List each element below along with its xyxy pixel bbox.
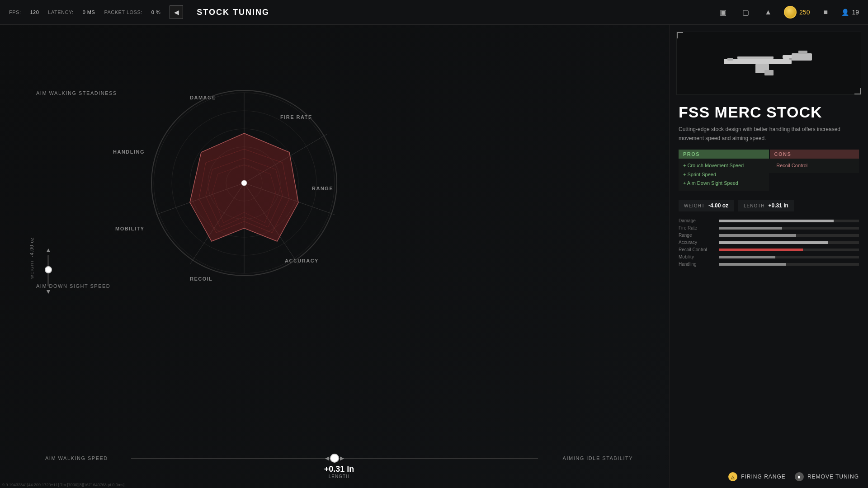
cons-header: CONS bbox=[770, 150, 859, 159]
svg-rect-22 bbox=[727, 58, 733, 61]
bottom-value: +0.31 in bbox=[45, 465, 633, 474]
bottom-slider-track[interactable]: ◀ ▶ bbox=[131, 458, 538, 459]
stat-bar-accuracy bbox=[719, 241, 859, 244]
page-title: STOCK TUNING bbox=[197, 8, 269, 17]
svg-rect-24 bbox=[737, 56, 774, 59]
notification-icon[interactable]: ▲ bbox=[761, 5, 775, 19]
stat-name-accuracy: Accuracy bbox=[679, 240, 719, 245]
svg-rect-25 bbox=[792, 53, 812, 61]
pros-item-2: + Sprint Speed bbox=[683, 170, 764, 179]
slider-thumb[interactable] bbox=[330, 454, 339, 463]
currency-icon bbox=[784, 6, 797, 19]
cons-items: - Recoil Control bbox=[769, 159, 859, 173]
inventory-icon[interactable]: ■ bbox=[819, 5, 832, 19]
top-bar-left: FPS: 120 LATENCY: 0 MS PACKET LOSS: 0 % … bbox=[9, 5, 269, 19]
weapon-name: FSS MERC STOCK bbox=[670, 102, 868, 125]
firing-range-icon: △ bbox=[728, 472, 737, 481]
stat-label-mobility: MOBILITY bbox=[115, 226, 145, 231]
remove-tuning-button[interactable]: ■ REMOVE TUNING bbox=[795, 472, 859, 481]
firing-range-button[interactable]: △ FIRING RANGE bbox=[728, 472, 786, 481]
bottom-slider-section: AIM WALKING SPEED ◀ ▶ AIMING IDLE STABIL… bbox=[45, 455, 633, 479]
length-badge: LENGTH +0.31 in bbox=[738, 200, 794, 211]
stat-bar-fire-rate bbox=[719, 227, 859, 230]
firing-range-label: FIRING RANGE bbox=[741, 474, 786, 480]
back-button[interactable]: ◀ bbox=[170, 5, 183, 19]
stat-bar-handling bbox=[719, 263, 859, 266]
stat-row-range: Range bbox=[679, 233, 859, 238]
currency-display: 250 bbox=[784, 6, 810, 19]
stat-row-fire-rate: Fire Rate bbox=[679, 225, 859, 230]
top-bar-right: ▣ ▢ ▲ 250 ■ 👤 19 bbox=[716, 5, 859, 19]
menu-icon[interactable]: ▣ bbox=[716, 5, 730, 19]
fps-info: FPS: 120 LATENCY: 0 MS PACKET LOSS: 0 % bbox=[9, 9, 160, 15]
weight-unit-label: WEIGHT bbox=[30, 260, 34, 279]
remove-tuning-label: REMOVE TUNING bbox=[807, 474, 859, 480]
stat-fill-handling bbox=[719, 263, 786, 266]
fps-value: 120 bbox=[30, 9, 39, 15]
stat-name-damage: Damage bbox=[679, 218, 719, 223]
length-badge-value: +0.31 in bbox=[769, 202, 788, 209]
latency-label: LATENCY: bbox=[48, 9, 73, 15]
stat-fill-recoil bbox=[719, 249, 803, 251]
weapon-preview bbox=[676, 32, 861, 95]
slider-right-arrow[interactable]: ▶ bbox=[340, 455, 344, 461]
player-count: 👤 19 bbox=[841, 9, 859, 16]
stat-row-mobility: Mobility bbox=[679, 254, 859, 259]
radar-chart bbox=[149, 84, 339, 282]
stat-fill-damage bbox=[719, 220, 834, 222]
left-panel: DAMAGE FIRE RATE HANDLING RANGE MOBILITY… bbox=[0, 25, 669, 488]
stat-name-recoil: Recoil Control bbox=[679, 247, 719, 252]
stat-row-damage: Damage bbox=[679, 218, 859, 223]
right-panel: FSS MERC STOCK Cutting-edge stock design… bbox=[669, 25, 868, 488]
grid-icon[interactable]: ▢ bbox=[739, 5, 752, 19]
length-badge-label: LENGTH bbox=[744, 203, 765, 208]
packet-loss-value: 0 % bbox=[151, 9, 160, 15]
stat-name-range: Range bbox=[679, 233, 719, 238]
svg-rect-18 bbox=[724, 59, 792, 64]
pros-item-3: + Aim Down Sight Speed bbox=[683, 179, 764, 188]
stat-name-fire-rate: Fire Rate bbox=[679, 225, 719, 230]
tuning-badges: WEIGHT -4.00 oz LENGTH +0.31 in bbox=[670, 195, 868, 216]
radar-svg bbox=[149, 84, 339, 282]
packet-loss-label: PACKET LOSS: bbox=[104, 9, 142, 15]
weapon-description: Cutting-edge stock design with better ha… bbox=[670, 125, 868, 142]
stat-fill-fire-rate bbox=[719, 227, 782, 230]
weapon-silhouette bbox=[719, 45, 819, 81]
cons-item-1: - Recoil Control bbox=[774, 161, 855, 170]
stat-name-mobility: Mobility bbox=[679, 254, 719, 259]
weight-slider-area: -4.00 oz WEIGHT bbox=[29, 237, 34, 279]
stat-bar-recoil bbox=[719, 249, 859, 251]
stat-row-recoil: Recoil Control bbox=[679, 247, 859, 252]
latency-value: 0 MS bbox=[83, 9, 95, 15]
slider-left-arrow[interactable]: ◀ bbox=[325, 455, 329, 461]
bottom-unit: LENGTH bbox=[45, 474, 633, 479]
aim-walking-label: AIM WALKING STEADINESS bbox=[36, 90, 117, 96]
pros-items: + Crouch Movement Speed + Sprint Speed +… bbox=[679, 159, 769, 191]
vertical-slider[interactable]: ▲ ▼ bbox=[45, 246, 52, 295]
svg-marker-13 bbox=[190, 133, 298, 241]
pros-item-1: + Crouch Movement Speed bbox=[683, 161, 764, 170]
remove-tuning-icon: ■ bbox=[795, 472, 804, 481]
weight-label: -4.00 oz bbox=[29, 237, 34, 257]
svg-point-17 bbox=[241, 180, 247, 186]
stat-fill-range bbox=[719, 234, 796, 237]
stat-bar-range bbox=[719, 234, 859, 237]
currency-value: 250 bbox=[799, 9, 810, 16]
cons-section: CONS - Recoil Control bbox=[769, 150, 859, 191]
stat-fill-accuracy bbox=[719, 241, 828, 244]
main-content: DAMAGE FIRE RATE HANDLING RANGE MOBILITY… bbox=[0, 25, 868, 488]
player-count-value: 19 bbox=[852, 9, 859, 16]
stat-row-accuracy: Accuracy bbox=[679, 240, 859, 245]
weight-badge-value: -4.00 oz bbox=[708, 202, 728, 209]
action-buttons: △ FIRING RANGE ■ REMOVE TUNING bbox=[670, 468, 868, 488]
player-icon: 👤 bbox=[841, 9, 849, 16]
pros-cons-container: PROS + Crouch Movement Speed + Sprint Sp… bbox=[679, 150, 859, 191]
stat-bar-damage bbox=[719, 220, 859, 222]
pros-section: PROS + Crouch Movement Speed + Sprint Sp… bbox=[679, 150, 769, 191]
stat-fill-mobility bbox=[719, 256, 775, 258]
stat-row-handling: Handling bbox=[679, 262, 859, 267]
fps-label: FPS: bbox=[9, 9, 21, 15]
top-bar: FPS: 120 LATENCY: 0 MS PACKET LOSS: 0 % … bbox=[0, 0, 868, 25]
bottom-value-display: +0.31 in LENGTH bbox=[45, 465, 633, 479]
debug-text: 9.9.19432341[44:209.1720+11] Tm [7000][8… bbox=[2, 483, 124, 487]
